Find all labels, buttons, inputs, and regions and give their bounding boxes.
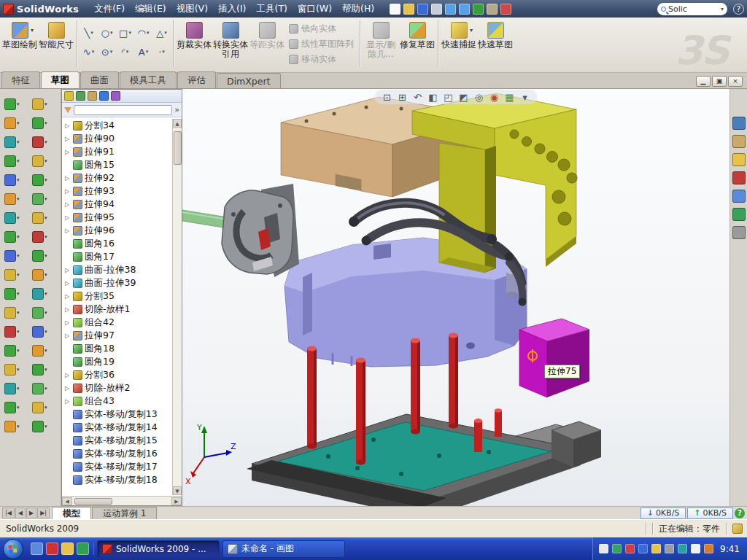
dropdown-arrow-icon[interactable]: ▾: [44, 424, 47, 429]
feature-tree-item[interactable]: ▷ 拉伸92: [62, 171, 182, 184]
dropdown-arrow-icon[interactable]: ▾: [44, 405, 47, 411]
rebuild-icon[interactable]: [473, 4, 484, 15]
tree-overflow-icon[interactable]: »: [174, 105, 179, 114]
feature-tree-item[interactable]: ▷ 分割35: [62, 289, 182, 303]
scroll-down-icon[interactable]: ▼: [173, 486, 182, 495]
scroll-left-icon[interactable]: ◀: [62, 497, 72, 505]
appearance-icon[interactable]: [500, 4, 511, 15]
solidworks-resources-icon[interactable]: [732, 117, 746, 130]
feature-tree-item[interactable]: ▷ 实体-移动/复制15: [62, 434, 182, 447]
side-tool-button[interactable]: ▾: [4, 95, 32, 114]
side-tool-button[interactable]: ▾: [4, 303, 32, 322]
feature-tree-item[interactable]: ▷ 组合42: [62, 316, 182, 329]
tray-icon[interactable]: [638, 544, 648, 553]
expand-icon[interactable]: ▷: [65, 293, 71, 300]
hide-show-items-icon[interactable]: ◎: [473, 90, 486, 104]
feature-tree-item[interactable]: ▷ 圆角15: [62, 158, 182, 171]
dropdown-arrow-icon[interactable]: ▾: [17, 310, 20, 316]
feature-tree-item[interactable]: ▷ 切除-放样1: [62, 303, 182, 316]
circle-icon[interactable]: ○▾: [98, 23, 116, 42]
search-box[interactable]: Solic ▾: [657, 3, 727, 15]
exploded-assembly-view[interactable]: Y X Z: [182, 89, 729, 506]
monitor-help-icon[interactable]: ?: [735, 508, 745, 518]
side-tool-button[interactable]: ▾: [4, 341, 32, 360]
scroll-right-icon[interactable]: ▶: [171, 497, 182, 505]
displaymanager-tab-icon[interactable]: [111, 91, 120, 101]
expand-icon[interactable]: ▷: [65, 398, 71, 405]
display-style-icon[interactable]: ◩: [457, 90, 471, 104]
expand-icon[interactable]: ▷: [65, 228, 71, 234]
taskbar-clock[interactable]: 9:41: [720, 544, 740, 554]
tray-icon[interactable]: [704, 544, 713, 553]
part-side-block[interactable]: [519, 319, 589, 397]
feature-tree-item[interactable]: ▷ 拉伸96: [62, 224, 182, 237]
view-palette-icon[interactable]: [732, 190, 746, 203]
motion-study-tab[interactable]: 运动算例 1: [92, 507, 157, 519]
side-tool-button[interactable]: ▾: [4, 133, 32, 152]
feature-tree-item[interactable]: ▷ 拉伸91: [62, 145, 182, 158]
expand-icon[interactable]: ▷: [65, 319, 71, 326]
last-tab-icon[interactable]: ▶|: [37, 508, 50, 518]
side-tool-button[interactable]: ▾: [4, 246, 32, 265]
spline-icon[interactable]: ∿▾: [80, 42, 98, 61]
feature-tree-item[interactable]: ▷ 拉伸97: [62, 329, 182, 342]
point-icon[interactable]: ·▾: [152, 42, 171, 61]
feature-tree-item[interactable]: ▷ 拉伸93: [62, 184, 182, 198]
start-button[interactable]: [3, 539, 23, 559]
feature-tree-item[interactable]: ▷ 实体-移动/复制13: [62, 408, 182, 421]
polygon-icon[interactable]: △▾: [152, 23, 171, 42]
tab-mold-tools[interactable]: 模具工具: [120, 71, 177, 88]
side-tool-button[interactable]: ▾: [32, 341, 60, 360]
display-delete-relations-button[interactable]: 显示/删除几...: [363, 19, 399, 70]
feature-tree-item[interactable]: ▷ 拉伸95: [62, 211, 182, 224]
prev-tab-icon[interactable]: ◀: [15, 508, 26, 518]
feature-tree-item[interactable]: ▷ 拉伸90: [62, 132, 182, 145]
side-tool-button[interactable]: ▾: [4, 171, 32, 190]
zoom-area-icon[interactable]: ⊞: [396, 90, 409, 104]
expand-icon[interactable]: ▷: [65, 136, 71, 142]
configurationmanager-tab-icon[interactable]: [88, 91, 97, 101]
dropdown-arrow-icon[interactable]: ▾: [17, 348, 20, 354]
quick-launch-icon[interactable]: [77, 542, 89, 555]
side-tool-button[interactable]: ▾: [4, 398, 32, 417]
tray-icon[interactable]: [612, 544, 622, 553]
expand-icon[interactable]: ▷: [65, 267, 71, 273]
ellipse-icon[interactable]: ⊙▾: [98, 42, 116, 61]
help-icon[interactable]: ?: [733, 4, 744, 15]
feature-tree-filter-input[interactable]: [74, 105, 172, 115]
expand-icon[interactable]: ▷: [65, 372, 71, 378]
dropdown-arrow-icon[interactable]: ▾: [17, 158, 20, 164]
side-tool-button[interactable]: ▾: [4, 114, 32, 133]
dropdown-arrow-icon[interactable]: ▾: [17, 120, 20, 126]
text-icon[interactable]: A▾: [134, 42, 152, 61]
feature-tree-item[interactable]: ▷ 曲面-拉伸38: [62, 263, 182, 276]
side-tool-button[interactable]: ▾: [4, 228, 32, 246]
dropdown-arrow-icon[interactable]: ▾: [470, 27, 473, 34]
side-tool-button[interactable]: ▾: [32, 284, 60, 303]
redo-icon[interactable]: [459, 4, 470, 15]
menu-view[interactable]: 视图(V): [171, 1, 213, 18]
move-entities-button[interactable]: 移动实体: [285, 52, 357, 67]
mirror-entities-button[interactable]: 镜向实体: [285, 21, 357, 36]
side-tool-button[interactable]: ▾: [32, 133, 60, 152]
dropdown-arrow-icon[interactable]: ▾: [44, 101, 47, 107]
graphics-area[interactable]: Y X Z ⊡ ⊞ ↶: [182, 89, 729, 506]
feature-tree-item[interactable]: ▷ 圆角16: [62, 237, 182, 250]
offset-entities-button[interactable]: 等距实体: [249, 19, 285, 70]
menu-window[interactable]: 窗口(W): [293, 1, 337, 18]
expand-icon[interactable]: ▷: [65, 201, 71, 208]
side-tool-button[interactable]: ▾: [32, 303, 60, 322]
dropdown-arrow-icon[interactable]: ▾: [17, 367, 20, 373]
feature-tree-item[interactable]: ▷ 实体-移动/复制18: [62, 473, 182, 486]
scrollbar-thumb[interactable]: [74, 498, 112, 505]
dropdown-arrow-icon[interactable]: ▾: [17, 101, 20, 107]
dropdown-arrow-icon[interactable]: ▾: [44, 329, 47, 335]
rapid-sketch-button[interactable]: 快速草图: [477, 19, 514, 70]
model-tab[interactable]: 模型: [52, 507, 91, 519]
quick-launch-icon[interactable]: [46, 542, 58, 555]
side-tool-button[interactable]: ▾: [32, 360, 60, 379]
toolbox-icon[interactable]: [732, 171, 746, 184]
taskbar-task-button[interactable]: SolidWorks 2009 - ...: [97, 540, 220, 558]
quick-snaps-button[interactable]: ▾ 快速捕捉: [441, 19, 477, 70]
tab-surfaces[interactable]: 曲面: [80, 71, 119, 88]
